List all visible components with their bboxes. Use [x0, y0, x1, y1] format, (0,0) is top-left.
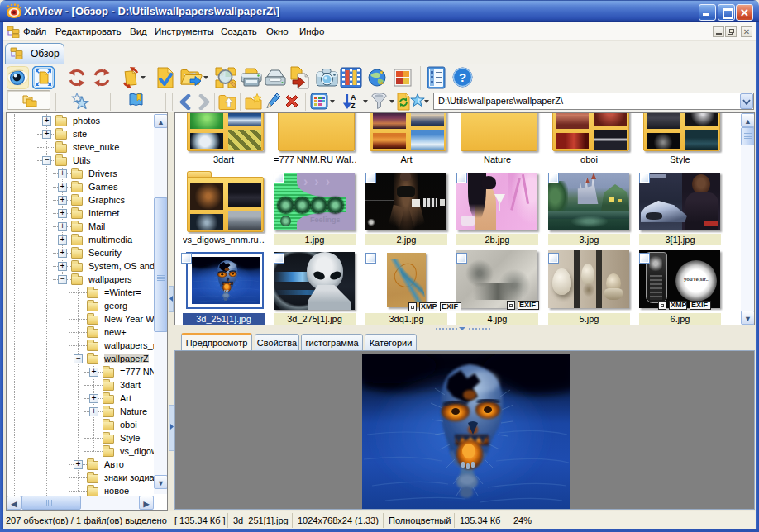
svg-text:Z: Z: [351, 102, 356, 110]
svg-text:?: ?: [459, 70, 466, 84]
svg-text:A: A: [351, 93, 356, 102]
